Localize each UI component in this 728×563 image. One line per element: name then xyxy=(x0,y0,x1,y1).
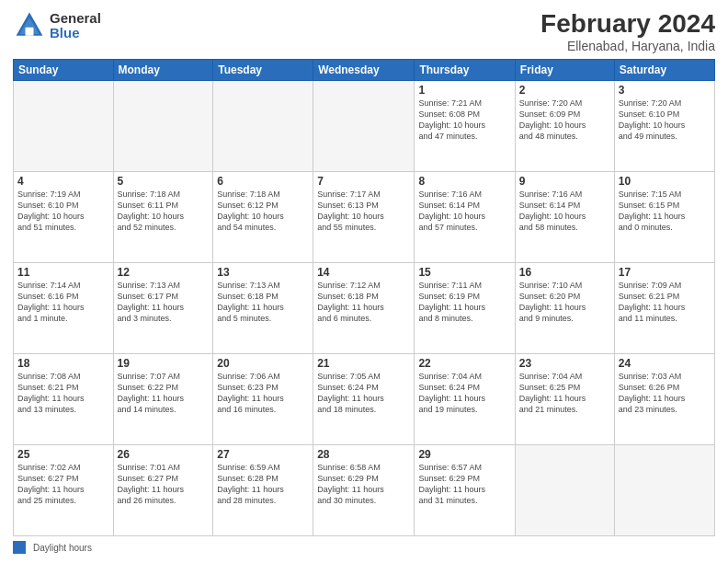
day-cell xyxy=(14,81,114,172)
day-number: 16 xyxy=(519,266,610,279)
day-number: 3 xyxy=(619,84,711,97)
day-cell: 3Sunrise: 7:20 AM Sunset: 6:10 PM Daylig… xyxy=(614,81,714,172)
day-cell: 14Sunrise: 7:12 AM Sunset: 6:18 PM Dayli… xyxy=(313,263,415,354)
header-cell-saturday: Saturday xyxy=(614,60,714,81)
day-info: Sunrise: 7:15 AM Sunset: 6:15 PM Dayligh… xyxy=(619,189,711,234)
logo-blue-text: Blue xyxy=(50,26,101,41)
day-info: Sunrise: 7:08 AM Sunset: 6:21 PM Dayligh… xyxy=(17,371,109,416)
day-number: 17 xyxy=(619,266,711,279)
day-number: 13 xyxy=(217,266,309,279)
day-number: 27 xyxy=(217,448,309,461)
footer-label: Daylight hours xyxy=(33,543,92,553)
day-info: Sunrise: 7:02 AM Sunset: 6:27 PM Dayligh… xyxy=(17,462,109,507)
day-number: 20 xyxy=(217,357,309,370)
subtitle: Ellenabad, Haryana, India xyxy=(540,39,715,53)
logo-text: General Blue xyxy=(50,11,101,41)
day-cell: 25Sunrise: 7:02 AM Sunset: 6:27 PM Dayli… xyxy=(14,445,114,536)
day-cell xyxy=(515,445,614,536)
header: General Blue February 2024 Ellenabad, Ha… xyxy=(13,9,715,53)
day-info: Sunrise: 7:16 AM Sunset: 6:14 PM Dayligh… xyxy=(418,189,510,234)
day-number: 25 xyxy=(17,448,109,461)
day-info: Sunrise: 7:19 AM Sunset: 6:10 PM Dayligh… xyxy=(17,189,109,234)
day-cell: 9Sunrise: 7:16 AM Sunset: 6:14 PM Daylig… xyxy=(515,172,614,263)
day-number: 26 xyxy=(118,448,210,461)
day-cell: 2Sunrise: 7:20 AM Sunset: 6:09 PM Daylig… xyxy=(515,81,614,172)
day-info: Sunrise: 6:58 AM Sunset: 6:29 PM Dayligh… xyxy=(317,462,410,507)
day-number: 9 xyxy=(519,175,610,188)
day-info: Sunrise: 7:04 AM Sunset: 6:25 PM Dayligh… xyxy=(519,371,610,416)
day-info: Sunrise: 7:05 AM Sunset: 6:24 PM Dayligh… xyxy=(317,371,410,416)
day-cell: 13Sunrise: 7:13 AM Sunset: 6:18 PM Dayli… xyxy=(213,263,313,354)
day-info: Sunrise: 7:13 AM Sunset: 6:18 PM Dayligh… xyxy=(217,280,309,325)
week-row-2: 11Sunrise: 7:14 AM Sunset: 6:16 PM Dayli… xyxy=(14,263,715,354)
footer: Daylight hours xyxy=(13,541,715,554)
day-cell xyxy=(213,81,313,172)
day-cell: 10Sunrise: 7:15 AM Sunset: 6:15 PM Dayli… xyxy=(614,172,714,263)
page: General Blue February 2024 Ellenabad, Ha… xyxy=(0,0,728,563)
day-info: Sunrise: 7:14 AM Sunset: 6:16 PM Dayligh… xyxy=(17,280,109,325)
day-info: Sunrise: 7:10 AM Sunset: 6:20 PM Dayligh… xyxy=(519,280,610,325)
day-cell: 8Sunrise: 7:16 AM Sunset: 6:14 PM Daylig… xyxy=(415,172,515,263)
header-cell-monday: Monday xyxy=(113,60,213,81)
day-cell: 19Sunrise: 7:07 AM Sunset: 6:22 PM Dayli… xyxy=(113,354,213,445)
daylight-swatch xyxy=(13,541,26,554)
day-cell: 5Sunrise: 7:18 AM Sunset: 6:11 PM Daylig… xyxy=(113,172,213,263)
day-cell: 7Sunrise: 7:17 AM Sunset: 6:13 PM Daylig… xyxy=(313,172,415,263)
day-number: 12 xyxy=(118,266,210,279)
day-cell: 28Sunrise: 6:58 AM Sunset: 6:29 PM Dayli… xyxy=(313,445,415,536)
week-row-1: 4Sunrise: 7:19 AM Sunset: 6:10 PM Daylig… xyxy=(14,172,715,263)
day-info: Sunrise: 7:13 AM Sunset: 6:17 PM Dayligh… xyxy=(118,280,210,325)
logo: General Blue xyxy=(13,9,101,42)
day-cell: 15Sunrise: 7:11 AM Sunset: 6:19 PM Dayli… xyxy=(415,263,515,354)
day-info: Sunrise: 7:20 AM Sunset: 6:10 PM Dayligh… xyxy=(619,98,711,143)
header-cell-wednesday: Wednesday xyxy=(313,60,415,81)
day-info: Sunrise: 6:57 AM Sunset: 6:29 PM Dayligh… xyxy=(418,462,510,507)
day-cell: 1Sunrise: 7:21 AM Sunset: 6:08 PM Daylig… xyxy=(415,81,515,172)
day-info: Sunrise: 7:06 AM Sunset: 6:23 PM Dayligh… xyxy=(217,371,309,416)
day-cell: 21Sunrise: 7:05 AM Sunset: 6:24 PM Dayli… xyxy=(313,354,415,445)
day-info: Sunrise: 7:03 AM Sunset: 6:26 PM Dayligh… xyxy=(619,371,711,416)
logo-general: General xyxy=(50,11,101,27)
svg-rect-2 xyxy=(26,28,34,36)
header-row: SundayMondayTuesdayWednesdayThursdayFrid… xyxy=(14,60,715,81)
day-cell: 17Sunrise: 7:09 AM Sunset: 6:21 PM Dayli… xyxy=(614,263,714,354)
day-number: 2 xyxy=(519,84,610,97)
logo-icon xyxy=(13,9,46,42)
day-number: 28 xyxy=(317,448,410,461)
day-cell: 26Sunrise: 7:01 AM Sunset: 6:27 PM Dayli… xyxy=(113,445,213,536)
day-info: Sunrise: 6:59 AM Sunset: 6:28 PM Dayligh… xyxy=(217,462,309,507)
day-info: Sunrise: 7:18 AM Sunset: 6:12 PM Dayligh… xyxy=(217,189,309,234)
day-number: 7 xyxy=(317,175,410,188)
day-info: Sunrise: 7:17 AM Sunset: 6:13 PM Dayligh… xyxy=(317,189,410,234)
title-block: February 2024 Ellenabad, Haryana, India xyxy=(540,9,715,53)
calendar-body: 1Sunrise: 7:21 AM Sunset: 6:08 PM Daylig… xyxy=(14,81,715,536)
day-info: Sunrise: 7:18 AM Sunset: 6:11 PM Dayligh… xyxy=(118,189,210,234)
day-cell: 27Sunrise: 6:59 AM Sunset: 6:28 PM Dayli… xyxy=(213,445,313,536)
day-number: 21 xyxy=(317,357,410,370)
day-cell: 16Sunrise: 7:10 AM Sunset: 6:20 PM Dayli… xyxy=(515,263,614,354)
day-cell: 18Sunrise: 7:08 AM Sunset: 6:21 PM Dayli… xyxy=(14,354,114,445)
day-cell: 4Sunrise: 7:19 AM Sunset: 6:10 PM Daylig… xyxy=(14,172,114,263)
day-number: 29 xyxy=(418,448,510,461)
week-row-0: 1Sunrise: 7:21 AM Sunset: 6:08 PM Daylig… xyxy=(14,81,715,172)
day-cell: 22Sunrise: 7:04 AM Sunset: 6:24 PM Dayli… xyxy=(415,354,515,445)
day-cell: 11Sunrise: 7:14 AM Sunset: 6:16 PM Dayli… xyxy=(14,263,114,354)
day-number: 8 xyxy=(418,175,510,188)
calendar-table: SundayMondayTuesdayWednesdayThursdayFrid… xyxy=(13,59,715,536)
main-title: February 2024 xyxy=(540,9,715,39)
day-number: 15 xyxy=(418,266,510,279)
week-row-3: 18Sunrise: 7:08 AM Sunset: 6:21 PM Dayli… xyxy=(14,354,715,445)
day-number: 1 xyxy=(418,84,510,97)
day-number: 11 xyxy=(17,266,109,279)
day-cell xyxy=(614,445,714,536)
header-cell-sunday: Sunday xyxy=(14,60,114,81)
calendar-header: SundayMondayTuesdayWednesdayThursdayFrid… xyxy=(14,60,715,81)
header-cell-tuesday: Tuesday xyxy=(213,60,313,81)
day-info: Sunrise: 7:07 AM Sunset: 6:22 PM Dayligh… xyxy=(118,371,210,416)
day-info: Sunrise: 7:11 AM Sunset: 6:19 PM Dayligh… xyxy=(418,280,510,325)
day-info: Sunrise: 7:12 AM Sunset: 6:18 PM Dayligh… xyxy=(317,280,410,325)
header-cell-thursday: Thursday xyxy=(415,60,515,81)
day-cell xyxy=(313,81,415,172)
day-info: Sunrise: 7:04 AM Sunset: 6:24 PM Dayligh… xyxy=(418,371,510,416)
day-number: 5 xyxy=(118,175,210,188)
